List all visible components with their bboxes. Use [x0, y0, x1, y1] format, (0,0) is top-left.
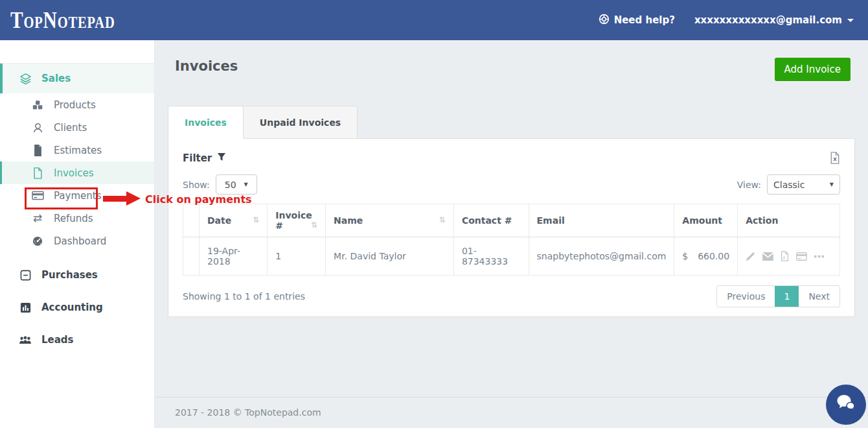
cell-contact: 01-87343333 — [453, 237, 529, 276]
previous-page-button[interactable]: Previous — [717, 286, 775, 307]
chat-bubbles-icon — [836, 394, 856, 416]
clients-icon — [31, 122, 44, 134]
page-size-value: 50 — [225, 180, 236, 190]
sidebar-item-clients[interactable]: Clients — [0, 116, 154, 139]
sidebar-item-label: Refunds — [54, 213, 93, 224]
gauge-icon — [31, 236, 44, 246]
minus-square-icon — [19, 270, 32, 281]
sidebar-item-label: Sales — [41, 73, 71, 84]
page-number-button[interactable]: 1 — [775, 286, 799, 307]
add-invoice-button[interactable]: Add Invoice — [775, 58, 851, 81]
table-summary: Showing 1 to 1 of 1 entries — [183, 291, 305, 302]
sidebar-item-dashboard[interactable]: Dashboard — [0, 230, 154, 252]
sidebar-item-sales[interactable]: Sales — [0, 64, 154, 93]
need-help-link[interactable]: Need help? — [599, 14, 675, 27]
sort-icon: ⇅ — [439, 215, 446, 224]
amount-value: 660.00 — [698, 251, 729, 261]
select-caret-icon: ▼ — [244, 182, 248, 187]
page-title: Invoices — [175, 58, 238, 74]
sidebar-item-label: Invoices — [54, 167, 93, 179]
cell-blank — [183, 237, 200, 276]
cell-amount: $ 660.00 — [674, 237, 738, 276]
filter-label: Filter — [183, 152, 212, 164]
sidebar-item-leads[interactable]: Leads — [0, 324, 154, 356]
invoices-table: Date⇅ Invoice #⇅ Name⇅ Contact # Email A… — [183, 204, 840, 276]
cell-date: 19-Apr-2018 — [200, 237, 268, 276]
header-date[interactable]: Date⇅ — [200, 204, 268, 237]
header-email[interactable]: Email — [529, 204, 674, 237]
header-action: Action — [738, 204, 840, 237]
excel-export-icon[interactable]: x — [830, 152, 840, 164]
sidebar-item-label: Accounting — [41, 302, 103, 313]
main-content: Invoices Add Invoice Invoices Unpaid Inv… — [155, 40, 868, 428]
products-icon — [31, 99, 44, 111]
account-email: xxxxxxxxxxxxx@gmail.com — [694, 14, 842, 26]
footer: 2017 - 2018 © TopNotepad.com — [155, 397, 868, 428]
sort-icon: ⇅ — [253, 215, 259, 224]
chevron-down-icon — [847, 19, 854, 22]
currency-symbol: $ — [682, 251, 688, 261]
cell-actions — [738, 237, 840, 276]
sidebar: Sales Products Clients Estimates — [0, 40, 155, 428]
sidebar-item-label: Purchases — [41, 269, 98, 281]
view-label: View: — [737, 180, 761, 190]
sort-icon: ⇅ — [311, 220, 317, 230]
header-invoice-number[interactable]: Invoice #⇅ — [268, 204, 326, 237]
svg-text:x: x — [833, 156, 837, 162]
header-contact[interactable]: Contact # — [453, 204, 529, 237]
tab-unpaid-invoices[interactable]: Unpaid Invoices — [244, 106, 358, 139]
users-icon — [19, 335, 32, 345]
need-help-label: Need help? — [614, 14, 675, 26]
life-ring-icon — [599, 14, 610, 27]
tab-bar: Invoices Unpaid Invoices — [168, 106, 358, 139]
annotation-text: Click on payments — [145, 193, 252, 206]
cell-invoice-number: 1 — [268, 237, 326, 276]
sidebar-item-purchases[interactable]: Purchases — [0, 259, 154, 291]
edit-icon[interactable] — [746, 252, 755, 261]
sidebar-item-label: Products — [54, 99, 96, 111]
next-page-button[interactable]: Next — [799, 286, 839, 307]
cell-name: Mr. David Taylor — [326, 237, 454, 276]
sidebar-item-products[interactable]: Products — [0, 93, 154, 116]
sidebar-item-label: Clients — [54, 122, 87, 134]
layers-icon — [19, 73, 32, 85]
cell-email: snapbytephotos@gmail.com — [529, 237, 674, 276]
record-payment-icon[interactable] — [796, 252, 807, 261]
sidebar-item-label: Leads — [41, 334, 74, 346]
pagination: Previous 1 Next — [716, 285, 840, 307]
annotation-highlight-box — [25, 187, 98, 209]
table-header-row: Date⇅ Invoice #⇅ Name⇅ Contact # Email A… — [183, 204, 840, 237]
view-select[interactable]: Classic ▼ — [767, 174, 840, 195]
sidebar-divider — [0, 40, 154, 64]
header-blank — [183, 204, 200, 237]
filter-toggle[interactable]: Filter — [183, 152, 226, 164]
more-actions-icon[interactable] — [814, 255, 825, 258]
view-value: Classic — [773, 180, 805, 190]
estimates-file-icon — [31, 145, 44, 156]
sidebar-item-invoices[interactable]: Invoices — [0, 161, 154, 184]
transfer-arrows-icon: ⇄ — [31, 213, 44, 224]
sidebar-item-accounting[interactable]: Accounting — [0, 291, 154, 324]
account-menu[interactable]: xxxxxxxxxxxxx@gmail.com — [694, 14, 854, 26]
copyright-text: 2017 - 2018 © TopNotepad.com — [155, 398, 868, 428]
annotation-arrow-icon — [103, 196, 126, 202]
select-caret-icon: ▼ — [830, 182, 834, 187]
header-amount[interactable]: Amount — [674, 204, 738, 237]
table-row: 19-Apr-2018 1 Mr. David Taylor 01-873433… — [183, 237, 840, 276]
sidebar-item-refunds[interactable]: ⇄ Refunds — [0, 207, 154, 230]
sidebar-item-estimates[interactable]: Estimates — [0, 139, 154, 161]
app-window: TopNotepad Need help? xxxxxxxxxxxxx@gmai… — [0, 0, 868, 428]
sidebar-item-label: Dashboard — [54, 235, 106, 247]
bar-chart-icon — [19, 302, 32, 313]
sidebar-item-label: Estimates — [54, 145, 102, 156]
header-name[interactable]: Name⇅ — [326, 204, 454, 237]
chat-widget-button[interactable] — [826, 385, 866, 425]
pdf-icon[interactable] — [781, 251, 789, 261]
tab-invoices[interactable]: Invoices — [168, 106, 244, 139]
annotation-arrow-head-icon — [126, 191, 141, 206]
funnel-icon — [217, 152, 226, 164]
send-email-icon[interactable] — [762, 252, 773, 261]
show-label: Show: — [183, 180, 210, 190]
invoice-file-icon — [31, 167, 44, 179]
page-size-select[interactable]: 50 ▼ — [216, 174, 257, 195]
